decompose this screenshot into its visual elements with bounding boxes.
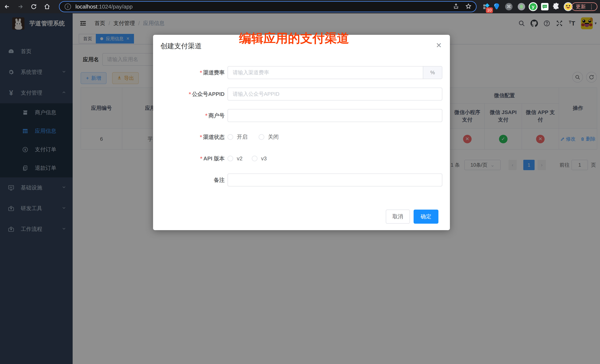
bookmark-star-icon[interactable]: [465, 3, 472, 10]
form-row-mch: *商户号: [153, 109, 450, 122]
merchant-no-input[interactable]: [227, 109, 442, 122]
radio-circle-icon: [227, 134, 233, 140]
annotation-text: 编辑应用的支付渠道: [239, 30, 349, 47]
site-info-icon[interactable]: i: [65, 3, 71, 10]
form-row-appid: *公众号APPID: [153, 88, 450, 100]
radio-circle-icon: [259, 134, 264, 140]
create-pay-channel-dialog: 创建支付渠道 ✕ *渠道费率 % *公众号APPID *商户号 *渠道状态: [153, 35, 450, 230]
extensions-puzzle-icon[interactable]: [551, 1, 562, 12]
app-page: 芋道管理系统 首页 系统管理: [0, 13, 600, 364]
remark-label: 备注: [214, 177, 225, 183]
browser-update-button[interactable]: 更新 ⋮: [572, 2, 597, 11]
rate-input[interactable]: [227, 66, 442, 79]
extension-dot-icon[interactable]: [516, 1, 527, 12]
share-icon[interactable]: [453, 3, 459, 10]
confirm-button[interactable]: 确定: [413, 209, 438, 224]
required-asterisk: *: [205, 113, 207, 118]
rate-label: 渠道费率: [203, 70, 225, 75]
extension-selenium-icon[interactable]: 10: [481, 1, 491, 12]
radio-label: 开启: [237, 133, 248, 141]
extension-command-icon[interactable]: ⌘: [504, 1, 514, 12]
mch-label: 商户号: [208, 113, 225, 118]
update-label: 更新: [576, 3, 586, 10]
radio-label: v2: [237, 155, 243, 162]
back-icon[interactable]: [2, 2, 12, 11]
browser-menu-icon[interactable]: ⋮: [589, 3, 594, 10]
svg-text:y: y: [532, 4, 534, 9]
radio-api-v2[interactable]: v2: [227, 155, 243, 162]
radio-label: v3: [261, 155, 267, 162]
remark-input[interactable]: [227, 173, 442, 186]
forward-icon[interactable]: [16, 2, 25, 11]
status-label: 渠道状态: [203, 134, 225, 140]
percent-suffix: %: [423, 66, 442, 79]
radio-status-open[interactable]: 开启: [227, 133, 248, 141]
required-asterisk: *: [200, 134, 202, 140]
radio-api-v3[interactable]: v3: [252, 155, 267, 162]
form-row-api: *API 版本 v2 v3: [153, 152, 450, 165]
url-path: :1024/pay/app: [97, 3, 132, 10]
extension-chat-icon[interactable]: [540, 1, 550, 12]
cancel-button[interactable]: 取消: [386, 209, 410, 224]
browser-toolbar: i localhost:1024/pay/app 10 ⌘ y: [0, 0, 600, 13]
required-asterisk: *: [189, 91, 191, 97]
form-row-remark: 备注: [153, 173, 450, 186]
extension-balloon-icon[interactable]: [491, 1, 502, 12]
radio-status-closed[interactable]: 关闭: [259, 133, 279, 141]
reload-icon[interactable]: [29, 2, 38, 11]
api-label: API 版本: [204, 155, 225, 162]
dialog-title: 创建支付渠道: [160, 41, 202, 51]
required-asterisk: *: [200, 70, 202, 75]
home-icon[interactable]: [42, 2, 52, 11]
extension-y-icon[interactable]: y: [528, 1, 538, 12]
form-row-rate: *渠道费率 %: [153, 66, 450, 79]
svg-text:⌘: ⌘: [506, 4, 511, 9]
radio-circle-icon: [252, 156, 257, 161]
form-row-status: *渠道状态 开启 关闭: [153, 130, 450, 144]
appid-input[interactable]: [227, 88, 442, 100]
appid-label: 公众号APPID: [192, 91, 225, 97]
url-host: localhost: [75, 3, 97, 10]
radio-label: 关闭: [268, 133, 279, 141]
url-bar[interactable]: i localhost:1024/pay/app: [59, 1, 477, 12]
dialog-close-icon[interactable]: ✕: [436, 42, 442, 49]
screen: i localhost:1024/pay/app 10 ⌘ y: [0, 0, 600, 364]
radio-circle-icon: [227, 156, 233, 161]
required-asterisk: *: [200, 155, 202, 162]
